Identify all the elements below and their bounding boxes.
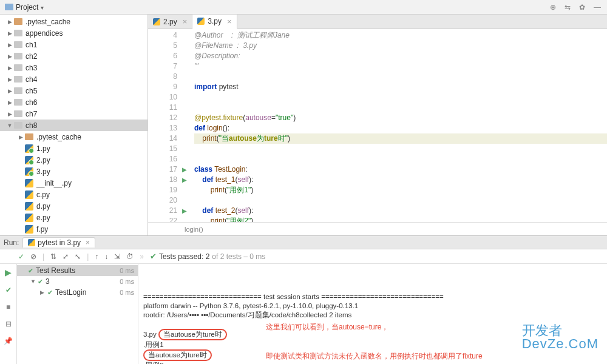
toolbar-actions: ⊕ ⇆ ✿ — <box>550 3 607 12</box>
tree-item[interactable]: f.py <box>0 223 148 235</box>
test-tree-row[interactable]: ✔Test Results0 ms <box>17 265 138 276</box>
pin-icon[interactable]: 📌 <box>4 337 13 345</box>
run-config-tab[interactable]: pytest in 3.py × <box>22 237 95 248</box>
editor-tabs: 2.py×3.py× <box>148 15 607 29</box>
sort-icon[interactable]: ⇅ <box>50 252 56 261</box>
status-rest: of 2 tests – 0 ms <box>212 252 265 261</box>
tree-item[interactable]: __init__.py <box>0 177 148 189</box>
export-icon[interactable]: ⇲ <box>114 252 120 261</box>
collapse-all-icon[interactable]: ⤡ <box>75 252 81 261</box>
tree-item[interactable]: ▶appendices <box>0 27 148 39</box>
test-tree-row[interactable]: ▶✔TestLogin0 ms <box>17 287 138 298</box>
tree-item[interactable]: e.py <box>0 212 148 223</box>
project-label: Project <box>16 3 38 12</box>
tree-item[interactable]: ▶ch5 <box>0 85 148 96</box>
project-dropdown[interactable]: Project <box>0 3 49 12</box>
tree-item[interactable]: ▶ch2 <box>0 50 148 62</box>
test-status: ✔ Tests passed: 2 of 2 tests – 0 ms <box>150 252 265 261</box>
project-folder-icon <box>5 4 13 10</box>
python-icon <box>28 239 35 246</box>
collapse-icon[interactable]: ⇆ <box>565 3 571 12</box>
prev-icon[interactable]: ↑ <box>95 252 98 261</box>
tree-item[interactable]: 2.py <box>0 154 148 166</box>
tree-item[interactable]: ▶ch7 <box>0 108 148 120</box>
top-toolbar: Project ⊕ ⇆ ✿ — <box>0 0 607 15</box>
check-icon[interactable]: ✓ <box>18 252 24 261</box>
history-icon[interactable]: ⏱ <box>126 252 134 261</box>
chevron-down-icon <box>41 3 44 12</box>
stop-icon[interactable]: ■ <box>6 303 10 311</box>
watermark: 开发者 DevZe.CoM <box>522 324 599 351</box>
tree-item[interactable]: ▶ch1 <box>0 39 148 50</box>
test-tree-row[interactable]: ▼✔30 ms <box>17 276 138 287</box>
run-icon[interactable]: ▶ <box>5 268 12 277</box>
editor-tab[interactable]: 2.py× <box>148 15 192 29</box>
gutter-run-icons: ▶▶ ▶ ▶ <box>182 29 194 222</box>
tree-item[interactable]: c.py <box>0 189 148 200</box>
tree-item[interactable]: 1.py <box>0 143 148 154</box>
tree-item[interactable]: d.py <box>0 200 148 212</box>
run-line-icon[interactable]: ▶ <box>182 166 187 173</box>
run-side-toolbar: ▶ ✔ ■ ⊟ 📌 <box>0 264 17 364</box>
close-icon[interactable]: × <box>227 17 232 26</box>
tree-item[interactable]: ▶ch4 <box>0 73 148 85</box>
rerun-icon[interactable]: ✔ <box>5 286 12 294</box>
breadcrumb-item[interactable]: login() <box>185 226 203 233</box>
fail-filter-icon[interactable]: ⊘ <box>30 252 36 261</box>
close-icon[interactable]: × <box>86 238 90 247</box>
test-results-tree[interactable]: ✔Test Results0 ms▼✔30 ms▶✔TestLogin0 ms <box>17 264 138 364</box>
editor-area: 2.py×3.py× 45678910111213141516171819202… <box>148 15 607 235</box>
tree-item[interactable]: ▶.pytest_cache <box>0 131 148 143</box>
run-line-icon[interactable]: ▶ <box>182 177 187 183</box>
editor-body[interactable]: 4567891011121314151617181920212223242526… <box>148 29 607 222</box>
project-tree[interactable]: ▶.pytest_cache▶appendices▶ch1▶ch2▶ch3▶ch… <box>0 15 148 235</box>
status-passed: Tests passed: 2 <box>159 252 209 261</box>
code-content[interactable]: @Author : 测试工程师Jane@FileName : 3.py@Desc… <box>194 29 607 222</box>
run-body: ▶ ✔ ■ ⊟ 📌 ✔Test Results0 ms▼✔30 ms▶✔Test… <box>0 264 607 364</box>
main-split: ▶.pytest_cache▶appendices▶ch1▶ch2▶ch3▶ch… <box>0 15 607 235</box>
run-line-icon[interactable]: ▶ <box>182 207 187 214</box>
run-toolbar: ✓ ⊘ | ⇅ ⤢ ⤡ | ↑ ↓ ⇲ ⏱ » ✔ Tests passed: … <box>0 249 607 264</box>
tree-item[interactable]: ▶ch3 <box>0 62 148 73</box>
tree-item[interactable]: ▼ch8 <box>0 120 148 131</box>
run-tab-label: pytest in 3.py <box>38 238 81 247</box>
pass-icon: ✔ <box>150 252 157 261</box>
annotation-text: 这里我们可以看到，当autouse=ture， 即使测试类和测试方法未传入函数名… <box>266 303 483 364</box>
layout-icon[interactable]: ⊟ <box>5 320 12 328</box>
tree-item[interactable]: ▶ch6 <box>0 96 148 108</box>
run-panel: Run: pytest in 3.py × ✓ ⊘ | ⇅ ⤢ ⤡ | ↑ ↓ … <box>0 235 607 364</box>
close-icon[interactable]: × <box>183 17 188 26</box>
tree-item[interactable]: ▶.pytest_cache <box>0 16 148 27</box>
tree-item[interactable]: 3.py <box>0 166 148 177</box>
line-numbers-gutter: 4567891011121314151617181920212223242526 <box>148 29 182 222</box>
next-icon[interactable]: ↓ <box>104 252 108 261</box>
expand-icon[interactable]: ⤢ <box>63 252 69 261</box>
target-icon[interactable]: ⊕ <box>550 3 556 12</box>
run-header: Run: pytest in 3.py × <box>0 236 607 249</box>
settings-icon[interactable]: ✿ <box>579 3 585 12</box>
run-title: Run: <box>4 238 19 247</box>
hide-icon[interactable]: — <box>594 3 601 12</box>
editor-tab[interactable]: 3.py× <box>192 15 237 29</box>
breadcrumb[interactable]: login() <box>148 222 607 235</box>
